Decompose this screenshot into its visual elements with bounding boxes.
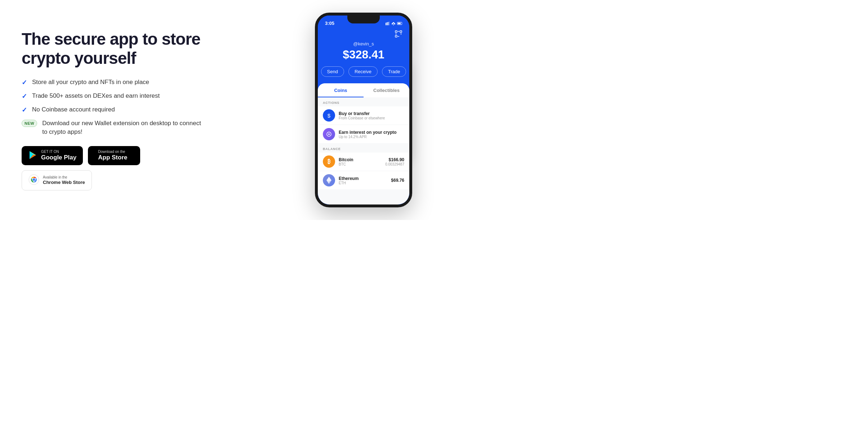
check-icon-1: ✓ [22,79,27,87]
store-buttons: GET IT ON Google Play Download on the Ap… [22,146,202,190]
bitcoin-item[interactable]: ₿ Bitcoin BTC $166.90 0.00329487 [318,153,409,171]
main-container: The secure app to store crypto yourself … [0,0,434,220]
buy-transfer-item[interactable]: $ Buy or transfer From Coinbase or elsew… [318,106,409,124]
chrome-store-text: Available in the Chrome Web Store [43,175,85,185]
app-store-button[interactable]: Download on the App Store [88,146,140,165]
app-store-main: App Store [98,154,127,161]
earn-interest-sub: Up to 14.2% APR [339,135,404,139]
ethereum-amount: $69.76 [391,178,404,183]
feature-item-2: ✓ Trade 500+ assets on DEXes and earn in… [22,92,202,100]
feature-text-1: Store all your crypto and NFTs in one pl… [32,78,149,87]
send-button[interactable]: Send [321,66,344,77]
svg-rect-11 [395,35,397,37]
earn-interest-text: Earn interest on your crypto Up to 14.2%… [339,130,404,139]
ethereum-item[interactable]: Ethereum ETH $69.76 [318,171,409,189]
phone-mockup: 3:05 [315,13,412,207]
new-badge: NEW [22,120,37,127]
svg-point-8 [393,24,394,25]
phone-action-buttons: Send Receive Trade [321,66,406,77]
svg-point-17 [328,133,330,135]
balance-label: BALANCE [318,144,409,152]
phone-username: @kevin_s [353,41,374,47]
bitcoin-crypto: 0.00329487 [385,162,404,166]
left-section: The secure app to store crypto yourself … [22,30,202,190]
phone-balance: $328.41 [343,48,384,61]
earn-interest-title: Earn interest on your crypto [339,130,404,135]
feature-text-3: No Coinbase account required [32,105,115,114]
google-play-main: Google Play [41,154,76,161]
buy-transfer-icon: $ [323,109,335,122]
receive-button[interactable]: Receive [348,66,378,77]
bitcoin-value: $166.90 [385,157,404,162]
phone-notch [347,16,380,23]
buy-transfer-sub: From Coinbase or elsewhere [339,116,404,120]
feature-item-3: ✓ No Coinbase account required [22,105,202,114]
phone-header: @kevin_s $328.41 Send Receive Trade [318,26,409,83]
google-play-icon [28,150,37,161]
check-icon-3: ✓ [22,106,27,114]
ethereum-icon [323,174,335,186]
svg-rect-5 [387,22,387,25]
feature-text-4: Download our new Wallet extension on des… [42,119,202,136]
actions-label: ACTIONS [318,97,409,106]
svg-rect-7 [389,22,390,25]
svg-rect-4 [386,23,386,25]
chrome-store-button[interactable]: Available in the Chrome Web Store [22,170,92,190]
phone-content: Coins Collectibles ACTIONS $ Buy or tran… [318,83,409,204]
chrome-store-main: Chrome Web Store [43,180,85,185]
svg-rect-10 [400,31,402,32]
phone-tabs: Coins Collectibles [318,83,409,97]
buy-transfer-text: Buy or transfer From Coinbase or elsewhe… [339,111,404,120]
svg-point-3 [33,178,35,181]
ethereum-value: $69.76 [391,178,404,183]
svg-rect-6 [388,22,388,25]
battery-icon [397,22,402,25]
app-store-text: Download on the App Store [98,150,127,161]
google-play-sub: GET IT ON [41,150,76,154]
earn-interest-item[interactable]: Earn interest on your crypto Up to 14.2%… [318,125,409,143]
bitcoin-sub: BTC [339,162,382,166]
phone-status-icons [386,22,402,25]
bitcoin-title: Bitcoin [339,157,382,162]
right-section: 3:05 [202,7,412,213]
google-play-text: GET IT ON Google Play [41,150,76,161]
ethereum-text: Ethereum ETH [339,176,387,185]
svg-rect-9 [395,31,397,32]
phone-screen: 3:05 [318,16,409,204]
scan-icon [395,30,402,38]
trade-button[interactable]: Trade [382,66,406,77]
coins-tab[interactable]: Coins [318,88,364,97]
bitcoin-icon: ₿ [323,155,335,168]
chrome-store-sub: Available in the [43,175,85,180]
check-icon-2: ✓ [22,92,27,100]
chrome-icon [28,174,39,186]
features-list: ✓ Store all your crypto and NFTs in one … [22,78,202,136]
headline-line2: crypto yourself [22,49,136,67]
buy-transfer-title: Buy or transfer [339,111,404,116]
feature-item-1: ✓ Store all your crypto and NFTs in one … [22,78,202,87]
feature-text-2: Trade 500+ assets on DEXes and earn inte… [32,92,160,100]
ethereum-title: Ethereum [339,176,387,181]
feature-item-4: NEW Download our new Wallet extension on… [22,119,202,136]
headline-line1: The secure app to store [22,30,200,48]
phone-time: 3:05 [325,21,334,26]
google-play-button[interactable]: GET IT ON Google Play [22,146,83,165]
collectibles-tab[interactable]: Collectibles [364,88,409,97]
app-store-sub: Download on the [98,150,127,154]
ethereum-sub: ETH [339,181,387,185]
headline: The secure app to store crypto yourself [22,30,202,68]
earn-interest-icon [323,128,335,140]
bitcoin-amount: $166.90 0.00329487 [385,157,404,166]
bitcoin-text: Bitcoin BTC [339,157,382,166]
